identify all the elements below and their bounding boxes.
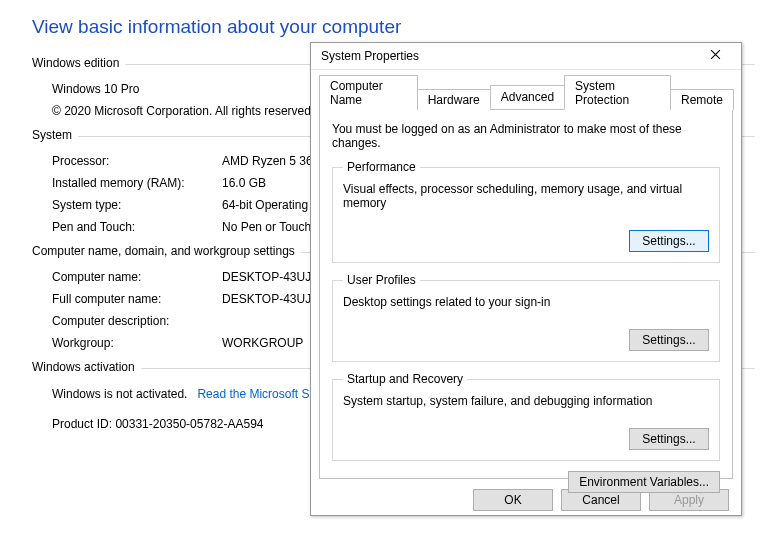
computer-label: Full computer name: bbox=[52, 290, 222, 308]
system-properties-dialog: System Properties Computer Name Hardware… bbox=[310, 42, 742, 516]
computer-label: Workgroup: bbox=[52, 334, 222, 352]
user-profiles-settings-button[interactable]: Settings... bbox=[629, 329, 709, 351]
startup-recovery-group: Startup and Recovery System startup, sys… bbox=[332, 372, 720, 461]
close-button[interactable] bbox=[695, 43, 735, 69]
product-id-label: Product ID: bbox=[52, 417, 112, 431]
dialog-titlebar[interactable]: System Properties bbox=[311, 43, 741, 70]
startup-recovery-legend: Startup and Recovery bbox=[343, 372, 467, 386]
user-profiles-legend: User Profiles bbox=[343, 273, 420, 287]
system-label: System type: bbox=[52, 196, 222, 214]
tab-computer-name[interactable]: Computer Name bbox=[319, 75, 418, 110]
tab-body-advanced: You must be logged on as an Administrato… bbox=[319, 109, 733, 479]
tab-remote[interactable]: Remote bbox=[670, 89, 734, 110]
startup-recovery-desc: System startup, system failure, and debu… bbox=[343, 394, 709, 408]
close-icon bbox=[710, 49, 721, 63]
performance-legend: Performance bbox=[343, 160, 420, 174]
computer-label: Computer description: bbox=[52, 312, 222, 330]
system-label: Pen and Touch: bbox=[52, 218, 222, 236]
environment-variables-button[interactable]: Environment Variables... bbox=[568, 471, 720, 493]
tab-hardware[interactable]: Hardware bbox=[417, 89, 491, 110]
performance-settings-button[interactable]: Settings... bbox=[629, 230, 709, 252]
system-label: Installed memory (RAM): bbox=[52, 174, 222, 192]
tabs: Computer Name Hardware Advanced System P… bbox=[319, 74, 733, 109]
tab-advanced[interactable]: Advanced bbox=[490, 85, 565, 109]
product-id-value: 00331-20350-05782-AA594 bbox=[115, 417, 263, 431]
page-title: View basic information about your comput… bbox=[32, 16, 755, 38]
startup-recovery-settings-button[interactable]: Settings... bbox=[629, 428, 709, 450]
system-label: Processor: bbox=[52, 152, 222, 170]
activation-status: Windows is not activated. bbox=[52, 387, 187, 401]
dialog-title: System Properties bbox=[321, 49, 695, 63]
performance-group: Performance Visual effects, processor sc… bbox=[332, 160, 720, 263]
group-header-label: Windows activation bbox=[32, 360, 141, 374]
computer-label: Computer name: bbox=[52, 268, 222, 286]
group-header-label: System bbox=[32, 128, 78, 142]
user-profiles-group: User Profiles Desktop settings related t… bbox=[332, 273, 720, 362]
group-header-label: Windows edition bbox=[32, 56, 125, 70]
tab-system-protection[interactable]: System Protection bbox=[564, 75, 671, 110]
group-header-label: Computer name, domain, and workgroup set… bbox=[32, 244, 301, 258]
performance-desc: Visual effects, processor scheduling, me… bbox=[343, 182, 709, 210]
admin-note: You must be logged on as an Administrato… bbox=[332, 122, 720, 150]
user-profiles-desc: Desktop settings related to your sign-in bbox=[343, 295, 709, 309]
